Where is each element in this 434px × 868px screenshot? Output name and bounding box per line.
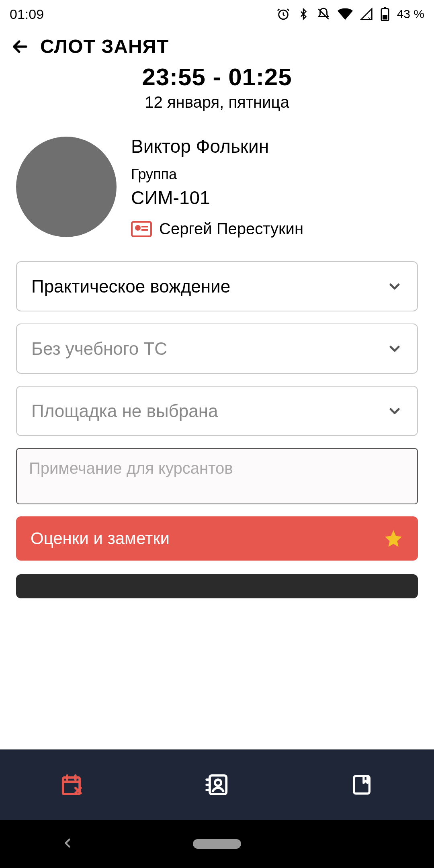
group-label: Группа	[131, 166, 303, 183]
chevron-down-icon	[387, 341, 403, 357]
chevron-down-icon	[387, 403, 403, 419]
svg-rect-3	[384, 7, 386, 9]
next-button-peek[interactable]	[16, 574, 418, 598]
nav-library[interactable]	[347, 770, 376, 799]
area-dropdown[interactable]: Площадка не выбрана	[16, 386, 418, 436]
status-bar: 01:09 x 43 %	[0, 0, 434, 28]
app-bar: СЛОТ ЗАНЯТ	[0, 28, 434, 61]
instructor-row: Сергей Перестукин	[131, 220, 303, 238]
star-icon	[383, 528, 403, 549]
svg-rect-4	[383, 15, 387, 20]
battery-icon	[380, 7, 390, 21]
svg-text:x: x	[368, 16, 371, 20]
grades-button-label: Оценки и заметки	[31, 529, 170, 548]
slot-header: 23:55 - 01:25 12 января, пятница	[0, 63, 434, 111]
bottom-nav	[0, 749, 434, 820]
nav-contacts[interactable]	[203, 770, 231, 799]
cell-icon: x	[360, 8, 373, 20]
lesson-type-dropdown[interactable]: Практическое вождение	[16, 261, 418, 311]
instructor-name: Сергей Перестукин	[159, 220, 303, 238]
area-label: Площадка не выбрана	[31, 401, 218, 421]
status-time: 01:09	[10, 6, 44, 22]
student-info: Виктор Фолькин Группа СИМ-101 Сергей Пер…	[131, 135, 303, 238]
battery-text: 43 %	[397, 7, 424, 21]
id-card-icon	[131, 221, 152, 237]
back-button[interactable]	[10, 36, 31, 57]
system-back-button[interactable]	[60, 836, 75, 852]
student-card: Виктор Фолькин Группа СИМ-101 Сергей Пер…	[0, 111, 434, 250]
dnd-icon	[317, 7, 330, 21]
book-bookmark-icon	[350, 773, 373, 796]
chevron-down-icon	[387, 278, 403, 295]
grades-button[interactable]: Оценки и заметки	[16, 516, 418, 561]
wifi-icon	[338, 8, 353, 20]
contacts-icon	[205, 772, 229, 797]
vehicle-label: Без учебного ТС	[31, 339, 167, 359]
page-title: СЛОТ ЗАНЯТ	[40, 35, 169, 57]
svg-point-7	[215, 780, 221, 786]
system-home-pill[interactable]	[193, 839, 241, 849]
note-placeholder: Примечание для курсантов	[29, 459, 233, 477]
bluetooth-icon	[297, 7, 309, 21]
group-value: СИМ-101	[131, 187, 303, 209]
form-content: Практическое вождение Без учебного ТС Пл…	[0, 261, 434, 598]
vehicle-dropdown[interactable]: Без учебного ТС	[16, 323, 418, 374]
status-right: x 43 %	[276, 7, 424, 21]
chevron-left-icon	[60, 836, 75, 850]
slot-date: 12 января, пятница	[0, 93, 434, 111]
nav-calendar[interactable]	[58, 770, 87, 799]
calendar-edit-icon	[60, 772, 85, 797]
system-nav	[0, 820, 434, 868]
alarm-icon	[276, 7, 290, 21]
note-input[interactable]: Примечание для курсантов	[16, 448, 418, 504]
avatar[interactable]	[16, 137, 117, 237]
slot-time: 23:55 - 01:25	[0, 63, 434, 91]
lesson-type-label: Практическое вождение	[31, 276, 230, 297]
arrow-left-icon	[10, 36, 31, 57]
student-name: Виктор Фолькин	[131, 135, 303, 157]
